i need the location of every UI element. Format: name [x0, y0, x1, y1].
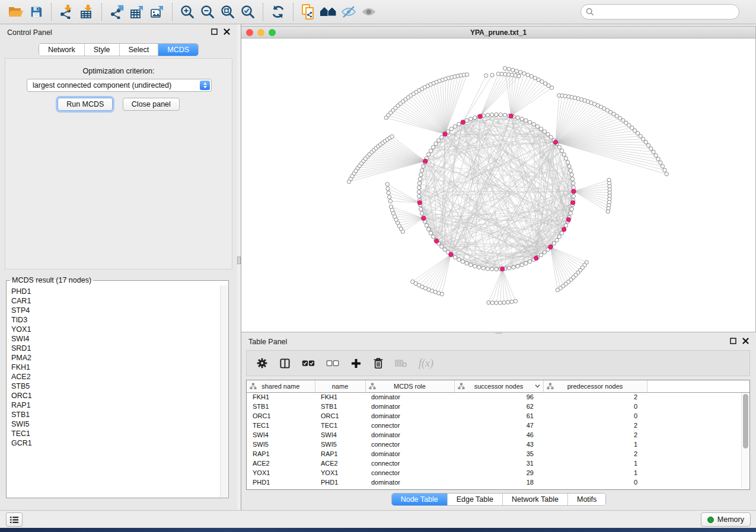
- graph-node[interactable]: [535, 124, 539, 128]
- graph-node[interactable]: [427, 153, 430, 156]
- graph-node[interactable]: [511, 68, 515, 72]
- graph-node[interactable]: [503, 113, 506, 117]
- table-scrollbar[interactable]: [741, 393, 749, 489]
- table-row[interactable]: RAP1RAP1dominator352: [247, 449, 749, 459]
- table-cell[interactable]: TEC1: [247, 421, 315, 430]
- graph-node[interactable]: [425, 223, 428, 227]
- graph-mcds-node[interactable]: [553, 140, 557, 144]
- table-cell[interactable]: ORC1: [247, 411, 315, 421]
- graph-node[interactable]: [549, 136, 553, 139]
- graph-node[interactable]: [502, 301, 506, 305]
- graph-node[interactable]: [417, 181, 421, 185]
- mcds-node-item[interactable]: TID3: [11, 315, 220, 325]
- search-input[interactable]: [594, 6, 739, 18]
- graph-node[interactable]: [520, 117, 524, 121]
- graph-node[interactable]: [649, 147, 653, 150]
- graph-node[interactable]: [644, 140, 647, 144]
- tab-node-table[interactable]: Node Table: [392, 493, 448, 505]
- table-cell[interactable]: TEC1: [315, 421, 365, 430]
- mcds-node-item[interactable]: FKH1: [11, 363, 220, 372]
- graph-node[interactable]: [560, 231, 563, 235]
- export-image-button[interactable]: [147, 2, 167, 21]
- table-settings-gear-icon[interactable]: [256, 357, 268, 369]
- graph-node[interactable]: [429, 149, 432, 152]
- graph-node[interactable]: [495, 301, 498, 305]
- close-panel-button[interactable]: Close panel: [123, 98, 180, 111]
- run-mcds-button[interactable]: Run MCDS: [58, 98, 113, 111]
- tab-network-table[interactable]: Network Table: [503, 493, 568, 505]
- table-cell[interactable]: YOX1: [315, 468, 365, 477]
- column-header-mcds-role[interactable]: MCDS role: [365, 380, 454, 392]
- graph-node[interactable]: [473, 116, 477, 119]
- graph-node[interactable]: [461, 259, 464, 263]
- graph-node[interactable]: [529, 75, 533, 78]
- table-cell[interactable]: SWI4: [247, 430, 315, 440]
- table-row[interactable]: SWI4SWI4dominator462: [247, 430, 749, 440]
- export-network-button[interactable]: [107, 2, 127, 21]
- graph-mcds-node[interactable]: [435, 239, 439, 243]
- mcds-node-item[interactable]: SWI5: [11, 419, 220, 429]
- graph-node[interactable]: [522, 72, 526, 75]
- graph-mcds-node[interactable]: [422, 216, 426, 220]
- table-cell[interactable]: STB1: [315, 402, 365, 411]
- table-cell[interactable]: SWI5: [315, 440, 365, 449]
- mcds-node-item[interactable]: GCR1: [11, 438, 220, 448]
- graph-node[interactable]: [537, 78, 540, 81]
- graph-node[interactable]: [663, 168, 666, 172]
- table-scrollbar-thumb[interactable]: [743, 394, 748, 448]
- graph-node[interactable]: [569, 211, 572, 215]
- table-cell[interactable]: 0: [543, 411, 647, 421]
- network-window-titlebar[interactable]: YPA_prune.txt_1: [241, 27, 755, 39]
- graph-node[interactable]: [431, 235, 435, 238]
- table-cell[interactable]: FKH1: [247, 392, 315, 402]
- graph-node[interactable]: [572, 181, 575, 185]
- table-cell[interactable]: 1: [543, 468, 647, 477]
- graph-node[interactable]: [388, 199, 392, 203]
- graph-mcds-node[interactable]: [534, 256, 538, 260]
- graph-node[interactable]: [652, 150, 655, 153]
- table-cell[interactable]: ACE2: [247, 459, 315, 468]
- table-cell[interactable]: RAP1: [247, 449, 315, 459]
- graph-node[interactable]: [665, 172, 668, 176]
- graph-node[interactable]: [555, 238, 559, 242]
- graph-node[interactable]: [524, 118, 528, 122]
- mcds-node-item[interactable]: ACE2: [11, 372, 220, 382]
- graph-node[interactable]: [562, 153, 566, 156]
- graph-node[interactable]: [410, 280, 414, 283]
- deselect-all-icon[interactable]: [326, 360, 339, 367]
- column-header-predecessor-nodes[interactable]: predecessor nodes: [543, 380, 647, 392]
- graph-node[interactable]: [389, 205, 393, 209]
- graph-node[interactable]: [642, 137, 645, 141]
- graph-node[interactable]: [387, 191, 390, 194]
- graph-node[interactable]: [469, 263, 473, 267]
- graph-node[interactable]: [569, 169, 572, 172]
- graph-node[interactable]: [417, 190, 420, 194]
- graph-mcds-node[interactable]: [572, 189, 576, 193]
- memory-button[interactable]: Memory: [701, 512, 751, 527]
- graph-node[interactable]: [443, 248, 446, 251]
- table-cell[interactable]: dominator: [365, 402, 454, 411]
- graph-node[interactable]: [427, 227, 430, 231]
- tab-select[interactable]: Select: [120, 44, 159, 56]
- graph-node[interactable]: [533, 76, 537, 80]
- graph-node[interactable]: [506, 300, 509, 304]
- search-box[interactable]: [580, 4, 739, 20]
- graph-node[interactable]: [434, 142, 438, 145]
- graph-node[interactable]: [508, 266, 511, 270]
- zoom-selected-button[interactable]: [238, 2, 258, 21]
- graph-node[interactable]: [390, 134, 394, 138]
- graph-mcds-node[interactable]: [562, 227, 566, 232]
- table-cell[interactable]: dominator: [365, 411, 454, 421]
- table-cell[interactable]: ORC1: [315, 411, 365, 421]
- table-cell[interactable]: 43: [454, 440, 543, 449]
- graph-node[interactable]: [486, 267, 489, 270]
- graph-node[interactable]: [419, 173, 423, 177]
- table-cell[interactable]: 0: [543, 402, 647, 411]
- graph-node[interactable]: [498, 301, 502, 305]
- graph-node[interactable]: [516, 116, 519, 119]
- table-cell[interactable]: RAP1: [315, 449, 365, 459]
- refresh-view-button[interactable]: [268, 2, 288, 21]
- table-cell[interactable]: 2: [543, 449, 647, 459]
- table-cell[interactable]: dominator: [365, 430, 454, 440]
- tab-style[interactable]: Style: [85, 44, 120, 56]
